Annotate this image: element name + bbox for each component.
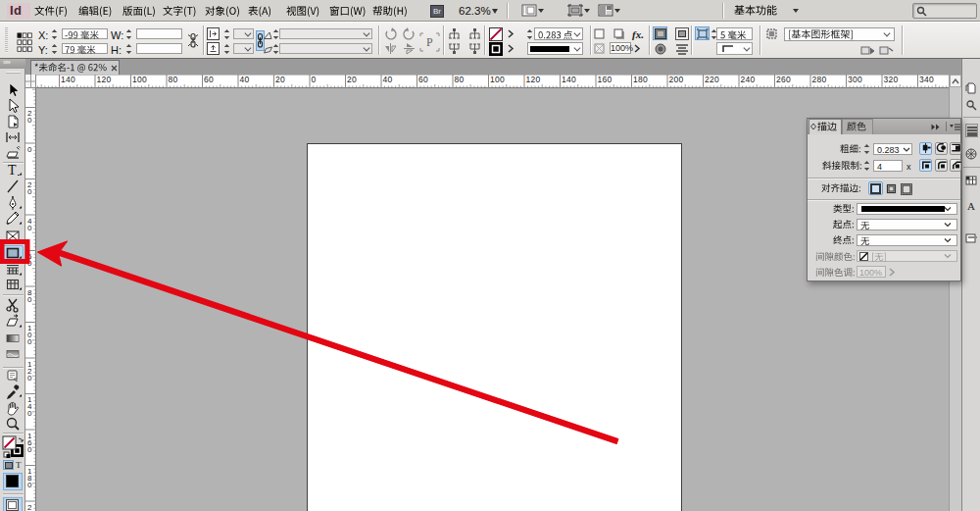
svg-text:0: 0 <box>27 224 32 232</box>
svg-text:0: 0 <box>27 187 32 196</box>
svg-text:120: 120 <box>97 75 112 84</box>
svg-text:60: 60 <box>204 75 214 84</box>
svg-text:0: 0 <box>27 337 32 346</box>
svg-text:180: 180 <box>633 75 648 84</box>
svg-text:40: 40 <box>383 75 393 84</box>
svg-text:A: A <box>967 200 975 212</box>
svg-text:100: 100 <box>490 75 505 84</box>
svg-text:80: 80 <box>169 75 178 84</box>
svg-text:60: 60 <box>418 75 428 84</box>
svg-text:280: 280 <box>812 75 827 84</box>
svg-text:120: 120 <box>526 75 541 84</box>
svg-text:0: 0 <box>27 145 32 154</box>
svg-text:200: 200 <box>669 75 684 84</box>
svg-text:0: 0 <box>27 259 32 268</box>
svg-text:140: 140 <box>562 75 576 84</box>
svg-text:240: 240 <box>741 75 756 84</box>
svg-text:0: 0 <box>312 75 317 84</box>
svg-text:P: P <box>426 35 433 49</box>
svg-text:100: 100 <box>132 75 147 84</box>
svg-text:260: 260 <box>776 75 791 84</box>
svg-text:340: 340 <box>919 75 934 84</box>
svg-text:0: 0 <box>27 374 32 383</box>
svg-text:220: 220 <box>705 75 719 84</box>
svg-text:0: 0 <box>27 481 32 489</box>
svg-text:0: 0 <box>27 116 32 125</box>
svg-text:T: T <box>8 163 17 178</box>
svg-text:0: 0 <box>27 295 32 304</box>
svg-text:0: 0 <box>27 409 32 418</box>
svg-text:160: 160 <box>598 75 612 84</box>
svg-text:0: 0 <box>27 445 32 454</box>
svg-text:300: 300 <box>848 75 862 84</box>
svg-text:140: 140 <box>61 75 75 84</box>
svg-text:320: 320 <box>884 75 899 84</box>
svg-text:20: 20 <box>347 75 357 84</box>
svg-text:40: 40 <box>240 75 250 84</box>
svg-text:80: 80 <box>455 75 465 84</box>
svg-text:20: 20 <box>275 75 285 84</box>
